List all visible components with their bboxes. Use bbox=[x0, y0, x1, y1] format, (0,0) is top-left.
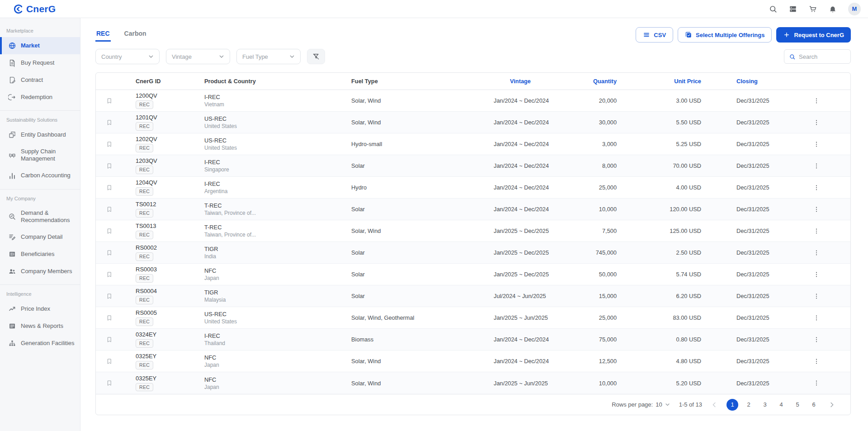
bookmark-icon[interactable] bbox=[106, 97, 113, 104]
page-buttons: 123456 bbox=[726, 399, 820, 411]
cart-icon[interactable] bbox=[808, 5, 817, 14]
search-box[interactable] bbox=[784, 49, 851, 64]
table-row[interactable]: TS0013 REC T-REC Taiwan, Province of... … bbox=[96, 220, 850, 242]
sidebar-item-supply-chain-management[interactable]: Supply Chain Management bbox=[0, 143, 80, 167]
table-row[interactable]: 1200QV REC I-REC Vietnam Solar, Wind Jan… bbox=[96, 90, 850, 112]
page-button-1[interactable]: 1 bbox=[726, 399, 738, 411]
kebab-menu-icon[interactable] bbox=[813, 227, 820, 235]
bookmark-icon[interactable] bbox=[106, 336, 113, 343]
kebab-menu-icon[interactable] bbox=[813, 184, 820, 191]
sidebar-item-entity-dashboard[interactable]: Entity Dashboard bbox=[0, 126, 80, 143]
kebab-menu-icon[interactable] bbox=[813, 314, 820, 322]
sidebar-item-redemption[interactable]: Redemption bbox=[0, 89, 80, 106]
bookmark-icon[interactable] bbox=[106, 293, 113, 300]
closing-date: Dec/31/2025 bbox=[701, 90, 807, 111]
sidebar-item-demand-recommendations[interactable]: Demand & Recommendations bbox=[0, 205, 80, 229]
column-header-closing[interactable]: Closing bbox=[701, 73, 807, 90]
avatar[interactable]: M bbox=[848, 3, 861, 15]
sidebar-item-contract[interactable]: Contract bbox=[0, 71, 80, 89]
table-row[interactable]: RS0003 REC NFC Japan Solar Jan/2025 ~ De… bbox=[96, 264, 850, 285]
csv-button[interactable]: CSV bbox=[636, 27, 673, 43]
list-icon bbox=[643, 31, 650, 38]
kebab-menu-icon[interactable] bbox=[813, 358, 820, 365]
rows-per-page-select[interactable]: 10 bbox=[656, 401, 670, 408]
search-icon[interactable] bbox=[769, 5, 778, 14]
fuel-type: Solar, Wind, Geothermal bbox=[351, 307, 494, 328]
unit-price: 5.20 USD bbox=[617, 372, 701, 394]
closing-date: Dec/31/2025 bbox=[701, 307, 807, 328]
main-content: RECCarbon CSV Select Multiple Offerings … bbox=[80, 18, 868, 431]
country-dropdown[interactable]: Country bbox=[95, 49, 160, 64]
kebab-menu-icon[interactable] bbox=[813, 293, 820, 300]
table-row[interactable]: 1203QV REC I-REC Singapore Solar Jan/202… bbox=[96, 155, 850, 177]
sidebar-item-news-reports[interactable]: News & Reports bbox=[0, 317, 80, 335]
clear-filters-button[interactable] bbox=[307, 49, 325, 64]
next-page-button[interactable] bbox=[828, 401, 836, 409]
vintage-dropdown[interactable]: Vintage bbox=[166, 49, 230, 64]
search-input[interactable] bbox=[799, 53, 846, 60]
table-row[interactable]: RS0004 REC TIGR Malaysia Solar Jul/2024 … bbox=[96, 285, 850, 307]
page-button-5[interactable]: 5 bbox=[792, 399, 803, 411]
page-button-6[interactable]: 6 bbox=[808, 399, 820, 411]
prev-page-button[interactable] bbox=[710, 401, 718, 409]
sidebar-item-market[interactable]: Market bbox=[0, 37, 80, 54]
table-row[interactable]: 1201QV REC US-REC United States Solar, W… bbox=[96, 112, 850, 133]
fuel-type: Solar, Wind bbox=[351, 90, 494, 111]
bookmark-icon[interactable] bbox=[106, 358, 113, 365]
table-row[interactable]: 0325EY REC NFC Japan Solar, Wind Jan/202… bbox=[96, 372, 850, 394]
bookmark-icon[interactable] bbox=[106, 271, 113, 278]
bookmark-icon[interactable] bbox=[106, 206, 113, 213]
sidebar-item-carbon-accounting[interactable]: Carbon Accounting bbox=[0, 167, 80, 185]
cnerg-id: 1200QV bbox=[136, 92, 157, 99]
toolbar: CSV Select Multiple Offerings Request to… bbox=[636, 27, 851, 43]
dns-icon[interactable] bbox=[788, 5, 797, 14]
table-row[interactable]: 0325EY REC NFC Japan Solar, Wind Jan/202… bbox=[96, 350, 850, 372]
sidebar-item-company-members[interactable]: Company Members bbox=[0, 263, 80, 280]
table-row[interactable]: 1202QV REC US-REC United States Hydro-sm… bbox=[96, 133, 850, 155]
sidebar-item-company-detail[interactable]: Company Detail bbox=[0, 228, 80, 246]
bookmark-icon[interactable] bbox=[106, 227, 113, 235]
kebab-menu-icon[interactable] bbox=[813, 97, 820, 104]
bookmark-icon[interactable] bbox=[106, 249, 113, 256]
bookmark-icon[interactable] bbox=[106, 314, 113, 322]
column-header-quantity[interactable]: Quantity bbox=[571, 73, 617, 90]
tab-carbon[interactable]: Carbon bbox=[123, 28, 147, 42]
column-header-unit-price[interactable]: Unit Price bbox=[617, 73, 701, 90]
kebab-menu-icon[interactable] bbox=[813, 141, 820, 148]
sidebar-item-generation-facilities[interactable]: Generation Facilities bbox=[0, 335, 80, 352]
table-row[interactable]: 0324EY REC I-REC Thailand Biomass Jan/20… bbox=[96, 329, 850, 350]
kebab-menu-icon[interactable] bbox=[813, 379, 820, 387]
page-button-4[interactable]: 4 bbox=[775, 399, 787, 411]
request-to-cnerg-button[interactable]: Request to CnerG bbox=[776, 27, 851, 43]
product-name: TIGR bbox=[204, 246, 218, 252]
bookmark-icon[interactable] bbox=[106, 162, 113, 170]
table-row[interactable]: RS0002 REC TIGR India Solar Jan/2025 ~ D… bbox=[96, 242, 850, 264]
sidebar-item-price-index[interactable]: Price Index bbox=[0, 300, 80, 317]
kebab-menu-icon[interactable] bbox=[813, 336, 820, 343]
table-row[interactable]: 1204QV REC I-REC Argentina Hydro Jan/202… bbox=[96, 177, 850, 199]
bell-icon[interactable] bbox=[828, 5, 837, 14]
kebab-menu-icon[interactable] bbox=[813, 249, 820, 256]
sidebar-item-buy-request[interactable]: Buy Request bbox=[0, 54, 80, 71]
kebab-menu-icon[interactable] bbox=[813, 206, 820, 213]
bookmark-icon[interactable] bbox=[106, 184, 113, 191]
bookmark-icon[interactable] bbox=[106, 379, 113, 387]
sidebar-item-beneficiaries[interactable]: Beneficiaries bbox=[0, 246, 80, 263]
rec-badge: REC bbox=[136, 339, 153, 348]
table-row[interactable]: RS0005 REC US-REC United States Solar, W… bbox=[96, 307, 850, 329]
unit-price: 5.50 USD bbox=[617, 112, 701, 133]
bookmark-icon[interactable] bbox=[106, 119, 113, 126]
select-multiple-offerings-button[interactable]: Select Multiple Offerings bbox=[678, 27, 772, 43]
kebab-menu-icon[interactable] bbox=[813, 271, 820, 278]
page-button-2[interactable]: 2 bbox=[743, 399, 755, 411]
page-button-3[interactable]: 3 bbox=[759, 399, 771, 411]
kebab-menu-icon[interactable] bbox=[813, 119, 820, 126]
sidebar-section-label: Sustainability Solutions bbox=[0, 111, 80, 126]
tab-rec[interactable]: REC bbox=[95, 28, 111, 42]
fuel-type: Solar, Wind bbox=[351, 112, 494, 133]
table-row[interactable]: TS0012 REC T-REC Taiwan, Province of... … bbox=[96, 199, 850, 220]
fuel-type-dropdown[interactable]: Fuel Type bbox=[236, 49, 301, 64]
column-header-vintage[interactable]: Vintage bbox=[494, 73, 571, 90]
bookmark-icon[interactable] bbox=[106, 141, 113, 148]
kebab-menu-icon[interactable] bbox=[813, 162, 820, 170]
